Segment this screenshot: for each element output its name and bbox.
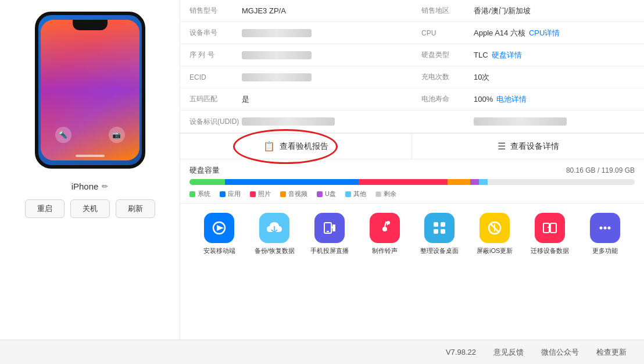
restart-button[interactable]: 重启 xyxy=(25,199,65,218)
version-label: V7.98.22 xyxy=(446,348,476,356)
svg-rect-9 xyxy=(441,222,445,227)
func-organize-desktop[interactable]: 整理设备桌面 xyxy=(416,213,463,255)
storage-seg-system xyxy=(189,179,225,185)
storage-seg-other xyxy=(479,179,488,185)
check-details-button[interactable]: ☰ 查看设备详情 xyxy=(412,134,644,159)
storage-value: 80.16 GB / 119.09 GB xyxy=(566,166,635,174)
check-report-button[interactable]: 📋 查看验机报告 xyxy=(180,134,412,159)
svg-marker-1 xyxy=(217,225,224,231)
device-action-buttons: 重启 关机 刷新 xyxy=(25,199,155,218)
table-row: 销售地区 香港/澳门/新加坡 xyxy=(412,0,644,22)
storage-legend: 系统 应用 照片 音视频 U盘 xyxy=(189,190,635,198)
svg-point-19 xyxy=(607,227,610,230)
table-row: 销售型号 MGJE3 ZP/A xyxy=(180,0,412,22)
func-label: 制作铃声 xyxy=(372,247,398,255)
shutdown-button[interactable]: 关机 xyxy=(70,199,110,218)
func-backup[interactable]: 备份/恢复数据 xyxy=(251,213,298,255)
right-panel: 销售型号 MGJE3 ZP/A 设备串号 序 列 号 ECID 五码匹配 xyxy=(180,0,644,340)
device-name-label: iPhone xyxy=(71,181,99,191)
func-ringtone[interactable]: 制作铃声 xyxy=(362,213,408,255)
table-row: ECID xyxy=(180,66,412,88)
storage-seg-apps xyxy=(225,179,359,185)
report-icon: 📋 xyxy=(263,141,275,152)
func-label: 屏蔽iOS更新 xyxy=(477,247,513,255)
left-panel: 🔦 📷 iPhone ✏ 重启 关机 刷新 xyxy=(0,0,180,340)
device-name-row: iPhone ✏ xyxy=(71,181,109,191)
legend-udisk: U盘 xyxy=(317,190,336,198)
action-section: 📋 查看验机报告 ☰ 查看设备详情 xyxy=(180,133,644,159)
table-row: 五码匹配 是 xyxy=(180,88,412,110)
table-row: 硬盘类型 TLC 硬盘详情 xyxy=(412,44,644,66)
storage-section: 硬盘容量 80.16 GB / 119.09 GB 系统 应用 xyxy=(180,159,644,203)
check-details-label: 查看设备详情 xyxy=(510,141,559,152)
func-label: 安装移动端 xyxy=(203,247,235,255)
phone-image: 🔦 📷 xyxy=(32,12,148,174)
func-screen-cast[interactable]: 手机投屏直播 xyxy=(306,213,353,255)
wechat-link[interactable]: 微信公众号 xyxy=(541,347,579,358)
func-migrate-data[interactable]: 迁移设备数据 xyxy=(527,213,573,255)
svg-point-18 xyxy=(603,227,606,230)
svg-rect-11 xyxy=(441,229,445,234)
table-row: 电池寿命 100% 电池详情 xyxy=(412,88,644,110)
storage-seg-udisk xyxy=(470,179,479,185)
table-row: 设备串号 xyxy=(180,22,412,44)
info-grid: 销售型号 MGJE3 ZP/A 设备串号 序 列 号 ECID 五码匹配 xyxy=(180,0,644,133)
legend-free: 剩余 xyxy=(375,190,396,198)
cpu-detail-link[interactable]: CPU详情 xyxy=(529,28,560,38)
storage-seg-media xyxy=(448,179,470,185)
feedback-link[interactable]: 意见反馈 xyxy=(493,347,524,358)
func-more[interactable]: 更多功能 xyxy=(582,213,628,255)
legend-photos: 照片 xyxy=(250,190,271,198)
func-label: 更多功能 xyxy=(592,247,618,255)
func-label: 迁移设备数据 xyxy=(531,247,569,255)
lock-screen-icon: 🔦 xyxy=(55,127,71,143)
table-row: 设备标识(UDID) xyxy=(180,110,412,133)
edit-icon[interactable]: ✏ xyxy=(102,182,108,191)
func-install-mobile[interactable]: 安装移动端 xyxy=(196,213,242,255)
legend-media: 音视频 xyxy=(280,190,307,198)
func-label: 整理设备桌面 xyxy=(420,247,459,255)
table-row: 序 列 号 xyxy=(180,44,412,66)
info-right-col: 销售地区 香港/澳门/新加坡 CPU Apple A14 六核 CPU详情 硬盘… xyxy=(412,0,644,133)
legend-other: 其他 xyxy=(345,190,366,198)
storage-label: 硬盘容量 xyxy=(189,165,220,176)
func-block-update[interactable]: 屏蔽iOS更新 xyxy=(471,213,518,255)
info-left-col: 销售型号 MGJE3 ZP/A 设备串号 序 列 号 ECID 五码匹配 xyxy=(180,0,412,133)
svg-rect-15 xyxy=(550,223,556,233)
battery-detail-link[interactable]: 电池详情 xyxy=(496,94,527,105)
svg-point-7 xyxy=(387,221,390,224)
func-label: 备份/恢复数据 xyxy=(255,247,295,255)
functions-row: 安装移动端 备份/恢复数据 xyxy=(180,203,644,260)
svg-point-17 xyxy=(599,227,602,230)
func-label: 手机投屏直播 xyxy=(310,247,349,255)
update-link[interactable]: 检查更新 xyxy=(596,347,627,358)
disk-detail-link[interactable]: 硬盘详情 xyxy=(492,50,522,60)
legend-system: 系统 xyxy=(189,190,210,198)
svg-rect-10 xyxy=(434,229,438,234)
legend-apps: 应用 xyxy=(220,190,241,198)
svg-rect-8 xyxy=(434,222,438,227)
svg-point-6 xyxy=(382,227,387,231)
storage-seg-free xyxy=(488,179,635,185)
details-icon: ☰ xyxy=(498,141,506,152)
camera-screen-icon: 📷 xyxy=(109,127,125,143)
refresh-button[interactable]: 刷新 xyxy=(116,199,155,218)
table-row: CPU Apple A14 六核 CPU详情 xyxy=(412,22,644,44)
footer: V7.98.22 意见反馈 微信公众号 检查更新 xyxy=(0,340,644,364)
table-row: 充电次数 10次 xyxy=(412,66,644,88)
check-report-label: 查看验机报告 xyxy=(280,141,328,152)
storage-bar xyxy=(189,179,635,185)
svg-rect-14 xyxy=(543,223,549,233)
table-row xyxy=(412,110,644,133)
storage-seg-photos xyxy=(359,179,448,185)
svg-rect-5 xyxy=(332,224,335,231)
